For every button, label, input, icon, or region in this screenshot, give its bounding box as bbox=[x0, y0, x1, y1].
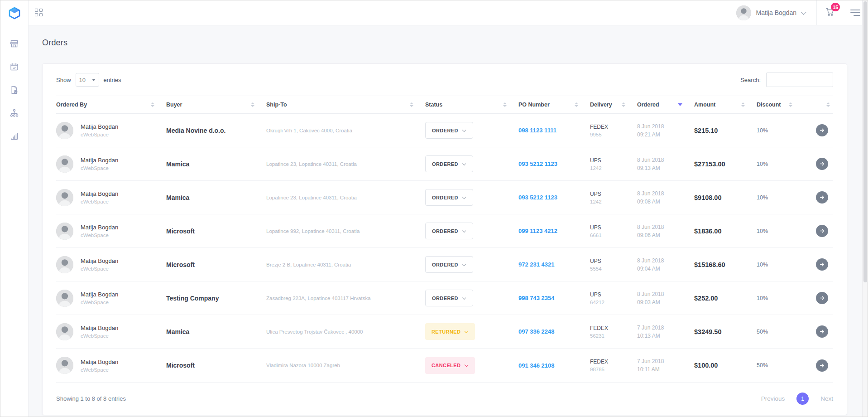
ship-to-cell: Lopatince 23, Lopatince 40311, Croatia bbox=[266, 161, 425, 167]
open-order-button[interactable] bbox=[816, 124, 828, 136]
open-order-button[interactable] bbox=[816, 225, 828, 237]
page-length-value: 10 bbox=[79, 77, 86, 83]
open-order-button[interactable] bbox=[816, 258, 828, 271]
avatar-photo bbox=[736, 5, 751, 20]
ordered-by-cell: Matija Bogdan cWebSpace bbox=[56, 323, 166, 340]
ordered-date: 7 Jun 2018 bbox=[637, 358, 688, 364]
discount-cell: 50% bbox=[757, 362, 804, 369]
ordered-by-company: cWebSpace bbox=[81, 233, 118, 238]
sort-icon[interactable] bbox=[251, 102, 254, 107]
page-number-button[interactable]: 1 bbox=[796, 393, 809, 405]
ordered-time: 09:03 AM bbox=[637, 299, 688, 305]
po-number-link[interactable]: 098 1123 1111 bbox=[518, 127, 590, 134]
delivery-carrier: FEDEX bbox=[590, 359, 631, 365]
ordered-cell: 7 Jun 2018 10:13 AM bbox=[637, 325, 694, 339]
column-header[interactable]: Discount bbox=[757, 102, 804, 108]
open-order-button[interactable] bbox=[816, 191, 828, 204]
user-menu[interactable]: Matija Bogdan bbox=[736, 5, 806, 20]
page-length-select[interactable]: 10 bbox=[76, 73, 99, 87]
sidebar-item-calendar[interactable] bbox=[9, 61, 20, 72]
po-number-link[interactable]: 097 336 2248 bbox=[518, 328, 590, 335]
ordered-by-name: Matija Bogdan bbox=[81, 190, 118, 197]
status-button[interactable]: ORDERED bbox=[425, 256, 473, 273]
column-header[interactable]: Delivery bbox=[590, 102, 637, 108]
po-number-link[interactable]: 093 5212 1123 bbox=[518, 194, 590, 201]
menu-toggle-icon[interactable] bbox=[850, 10, 860, 16]
status-button[interactable]: RETURNED bbox=[425, 323, 475, 340]
column-header[interactable]: Ship-To bbox=[266, 102, 425, 108]
sort-icon[interactable] bbox=[826, 102, 830, 107]
delivery-cell: FEDEX 56231 bbox=[590, 325, 637, 339]
po-number-link[interactable]: 091 346 2108 bbox=[518, 362, 590, 369]
column-header[interactable]: Buyer bbox=[166, 102, 266, 108]
topbar-divider bbox=[816, 0, 817, 25]
column-header[interactable]: Ordered By bbox=[56, 102, 166, 108]
column-header[interactable]: Amount bbox=[694, 102, 757, 108]
sort-icon[interactable] bbox=[575, 102, 578, 107]
sort-icon[interactable] bbox=[678, 103, 682, 106]
chevron-down-icon bbox=[462, 262, 466, 266]
status-button[interactable]: ORDERED bbox=[425, 189, 473, 206]
column-header[interactable]: Status bbox=[425, 102, 518, 108]
open-order-button[interactable] bbox=[816, 325, 828, 338]
column-header[interactable]: PO Number bbox=[518, 102, 590, 108]
ordered-by-name: Matija Bogdan bbox=[81, 157, 118, 164]
cart-button[interactable]: 15 bbox=[825, 7, 835, 19]
ordered-by-name: Matija Bogdan bbox=[81, 224, 118, 231]
vertical-scrollbar[interactable] bbox=[862, 0, 868, 417]
action-cell bbox=[804, 325, 842, 338]
po-number-link[interactable]: 093 5212 1123 bbox=[518, 160, 590, 167]
ordered-cell: 8 Jun 2018 09:03 AM bbox=[637, 291, 694, 305]
avatar bbox=[56, 122, 73, 139]
delivery-carrier: UPS bbox=[590, 191, 631, 197]
next-page-button[interactable]: Next bbox=[820, 395, 833, 402]
sort-icon[interactable] bbox=[741, 102, 745, 107]
open-order-button[interactable] bbox=[816, 292, 828, 304]
chevron-down-icon bbox=[462, 296, 466, 299]
status-button[interactable]: ORDERED bbox=[425, 290, 473, 306]
scrollbar-thumb[interactable] bbox=[863, 1, 867, 282]
app-logo[interactable] bbox=[0, 0, 28, 25]
sidebar-item-reports[interactable] bbox=[9, 131, 20, 141]
po-number-link[interactable]: 972 231 4321 bbox=[518, 261, 590, 268]
sort-icon[interactable] bbox=[410, 102, 413, 107]
open-order-button[interactable] bbox=[816, 158, 828, 170]
sidebar-item-organization[interactable] bbox=[9, 107, 20, 118]
previous-page-button[interactable]: Previous bbox=[761, 395, 785, 402]
column-label: Discount bbox=[757, 102, 781, 108]
table-row: Matija Bogdan cWebSpace Media Novine d.o… bbox=[56, 114, 833, 147]
ordered-time: 09:21 AM bbox=[637, 131, 688, 138]
status-button[interactable]: ORDERED bbox=[425, 155, 473, 172]
sidebar-item-invoices[interactable] bbox=[9, 84, 20, 95]
sort-icon[interactable] bbox=[503, 102, 507, 107]
amount-cell: $1836.00 bbox=[694, 228, 757, 235]
discount-cell: 10% bbox=[757, 295, 804, 301]
status-label: ORDERED bbox=[432, 128, 458, 133]
status-label: ORDERED bbox=[432, 161, 458, 167]
po-number-link[interactable]: 099 1123 4212 bbox=[518, 228, 590, 234]
ship-to-cell: Lopatince 992, Lopatince 40311, Croatia bbox=[266, 228, 425, 234]
sort-icon[interactable] bbox=[151, 102, 154, 107]
search-label: Search: bbox=[740, 77, 761, 83]
column-header[interactable] bbox=[804, 102, 842, 107]
chart-icon bbox=[10, 131, 19, 141]
discount-cell: 10% bbox=[757, 228, 804, 234]
sort-icon[interactable] bbox=[622, 102, 625, 107]
status-button[interactable]: CANCELED bbox=[425, 357, 475, 374]
status-button[interactable]: ORDERED bbox=[425, 122, 473, 139]
table-body: Matija Bogdan cWebSpace Media Novine d.o… bbox=[56, 114, 833, 382]
delivery-code: 1242 bbox=[590, 199, 631, 204]
po-number-link[interactable]: 998 743 2354 bbox=[518, 295, 590, 301]
action-cell bbox=[804, 225, 842, 237]
column-header[interactable]: Ordered bbox=[637, 102, 694, 108]
apps-grid-icon[interactable] bbox=[35, 9, 43, 17]
sort-icon[interactable] bbox=[789, 102, 792, 107]
sidebar-item-store[interactable] bbox=[9, 38, 20, 49]
avatar-photo bbox=[56, 290, 73, 307]
status-button[interactable]: ORDERED bbox=[425, 223, 473, 239]
open-order-button[interactable] bbox=[816, 359, 828, 372]
arrow-right-icon bbox=[819, 194, 825, 200]
search-input[interactable] bbox=[766, 73, 833, 87]
main-area: Matija Bogdan 15 Orders bbox=[29, 0, 868, 417]
column-label: Ordered By bbox=[56, 102, 87, 108]
